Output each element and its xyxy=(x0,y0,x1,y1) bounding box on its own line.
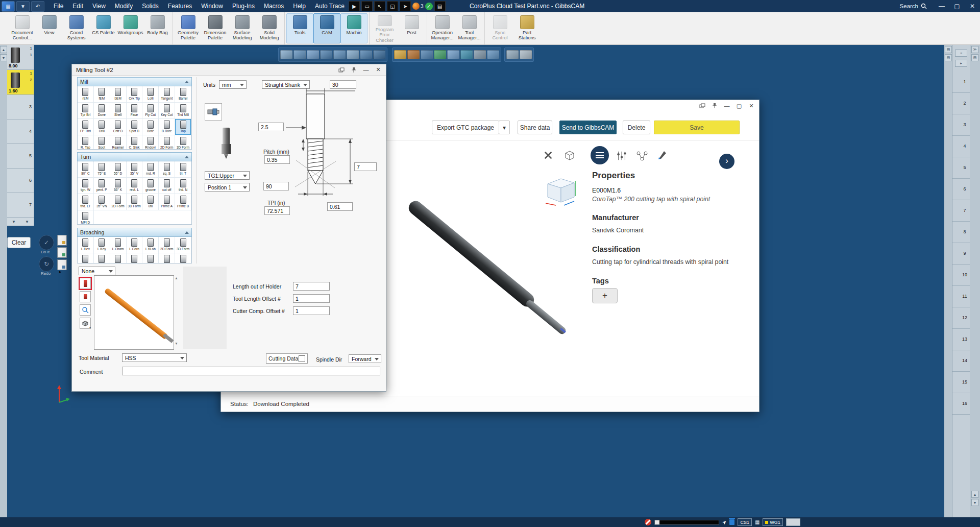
scroll-down-icon[interactable]: ▼ xyxy=(25,220,29,224)
tpi-field[interactable]: 72.571 xyxy=(264,206,290,215)
tool-type-cell[interactable]: cut off xyxy=(159,178,175,194)
tool-type-cell[interactable]: Tangent xyxy=(159,86,175,103)
tool-type-cell[interactable]: 55° K xyxy=(110,178,127,194)
scroll-down-icon[interactable]: ▼ xyxy=(0,54,7,61)
ribbon-item[interactable]: Tools xyxy=(286,13,313,43)
package-box-icon[interactable] xyxy=(562,149,577,162)
tool-type-cell[interactable]: rnd. R xyxy=(142,161,159,178)
tool-type-cell[interactable]: fEM xyxy=(94,86,110,103)
tool-type-cell[interactable]: 80° C xyxy=(78,161,94,178)
tool-type-cell[interactable]: util xyxy=(142,194,159,210)
toolbar-button[interactable] xyxy=(347,50,359,59)
position-slot[interactable]: 6 xyxy=(952,179,970,200)
position-slot[interactable]: 5 xyxy=(952,157,970,179)
holder-style-button[interactable] xyxy=(205,103,222,121)
send-to-gibbscam-button[interactable]: Send to GibbsCAM xyxy=(559,121,617,134)
palette-scroll-row[interactable]: ▼▼ xyxy=(7,218,34,226)
toolbar-button[interactable] xyxy=(373,50,385,59)
tool-type-cell[interactable]: tgn. W xyxy=(78,178,94,194)
ribbon-item[interactable]: Program Error Checker xyxy=(371,13,398,43)
tool-type-cell[interactable]: C. Sink xyxy=(127,135,143,150)
tool-type-cell[interactable]: L.6Lob xyxy=(142,237,159,253)
tool-type-cell[interactable]: rEM xyxy=(78,86,94,103)
toolbar-button[interactable] xyxy=(307,50,319,59)
tool-type-cell[interactable]: Barrel xyxy=(175,86,191,103)
scroll-up-icon[interactable]: ▲ xyxy=(0,46,7,53)
tool-type-cell[interactable]: 35° V xyxy=(127,161,143,178)
scroll-down-icon[interactable]: ▼ xyxy=(971,499,978,506)
toolbar-button[interactable] xyxy=(474,50,486,59)
menu-item[interactable]: File xyxy=(49,0,68,12)
grid-icon[interactable]: ▦ xyxy=(755,519,760,525)
position-slot[interactable]: 7 xyxy=(952,200,970,222)
zoom-preview-button[interactable] xyxy=(80,304,91,316)
position-slot[interactable]: 16 xyxy=(952,393,970,415)
panel-icon[interactable]: ▤ xyxy=(945,54,952,61)
pitch-field[interactable]: 0.35 xyxy=(264,155,290,164)
position-slot[interactable]: 11 xyxy=(952,286,970,307)
toolbar-button[interactable] xyxy=(447,50,459,59)
tool-type-cell[interactable] xyxy=(78,253,94,264)
tool-type-cell[interactable] xyxy=(127,253,143,264)
tool-type-cell[interactable]: Reamer xyxy=(110,135,127,150)
tool-type-cell[interactable]: Tap xyxy=(175,119,191,135)
clear-button[interactable]: Clear xyxy=(7,237,31,248)
rail-menu-icon[interactable]: ≡ xyxy=(955,50,967,57)
toolbar-button[interactable] xyxy=(293,50,306,59)
ribbon-item[interactable]: Sync Control xyxy=(486,13,513,43)
ribbon-item[interactable]: View xyxy=(36,13,63,43)
list-capture-icon[interactable]: ▤ xyxy=(434,1,446,11)
tool-type-cell[interactable]: thd. N xyxy=(175,178,191,194)
units-select[interactable]: mm xyxy=(219,80,247,89)
close-icon[interactable]: ✕ xyxy=(748,102,755,109)
position-slot[interactable]: 9 xyxy=(952,243,970,265)
pin-icon[interactable] xyxy=(350,66,357,74)
position-slot[interactable]: 14 xyxy=(952,350,970,372)
tool-type-cell[interactable]: L.Cham xyxy=(110,237,127,253)
empty-tool-slot[interactable]: 6 xyxy=(7,169,34,193)
toolbar-button[interactable] xyxy=(506,50,519,59)
spindle-dir-select[interactable]: Forward xyxy=(349,354,381,363)
tool-type-cell[interactable]: Rndovr xyxy=(142,135,159,150)
position-slot[interactable]: 1 xyxy=(952,71,970,93)
empty-tool-slot[interactable]: 3 xyxy=(7,95,34,119)
tool-type-cell[interactable]: Dove xyxy=(94,103,110,119)
ribbon-item[interactable]: Dimension Palette xyxy=(202,13,229,43)
minimize-icon[interactable]: — xyxy=(362,66,370,74)
holder-select[interactable]: None xyxy=(79,267,115,275)
tool-type-cell[interactable]: Spot xyxy=(94,135,110,150)
menu-item[interactable]: Solids xyxy=(137,0,163,12)
save-icon[interactable]: ▼ xyxy=(16,1,30,12)
maximize-icon[interactable]: ▢ xyxy=(736,102,743,109)
tool-type-cell[interactable]: FP Thd xyxy=(78,119,94,135)
ribbon-item[interactable]: Coord Systems xyxy=(63,13,90,43)
share-data-button[interactable]: Share data xyxy=(518,121,552,134)
tool-type-cell[interactable]: L.Corn xyxy=(127,237,143,253)
dialog-titlebar[interactable]: Milling Tool #2 — ✕ xyxy=(72,64,386,76)
tool-slot[interactable]: 8.00 1 1 xyxy=(7,45,34,70)
export-gtc-button[interactable]: Export GTC package xyxy=(432,121,499,134)
preview-scroll-up-icon[interactable]: ▲ xyxy=(175,276,178,280)
menu-item[interactable]: View xyxy=(88,0,110,12)
menu-item[interactable]: Modify xyxy=(110,0,137,12)
position-select[interactable]: Position 1 xyxy=(205,183,250,191)
tool-type-cell[interactable]: MFI D xyxy=(78,210,94,225)
toolbar-button[interactable] xyxy=(407,50,420,59)
offset-field-input[interactable]: 7 xyxy=(293,282,330,291)
toolbar-button[interactable] xyxy=(394,50,406,59)
render-mode-button[interactable] xyxy=(80,291,91,302)
details-tab-button[interactable] xyxy=(591,146,609,164)
empty-tool-slot[interactable]: 7 xyxy=(7,193,34,218)
tool-type-cell[interactable]: 3D Form xyxy=(175,237,191,253)
menu-item[interactable]: Features xyxy=(163,0,197,12)
dock-icon[interactable]: ≫ xyxy=(971,46,978,53)
menu-item[interactable]: Help xyxy=(288,0,310,12)
position-slot[interactable]: 13 xyxy=(952,329,970,350)
pointer-icon[interactable]: ➤ xyxy=(400,1,411,11)
tool-type-cell[interactable]: Prime B xyxy=(175,194,191,210)
tool-type-cell[interactable]: B Bore xyxy=(159,119,175,135)
tool-type-cell[interactable]: Spot D xyxy=(127,119,143,135)
minimize-button[interactable]: — xyxy=(934,0,949,12)
tool-type-cell[interactable]: 2D Form xyxy=(110,194,127,210)
tile-icon[interactable] xyxy=(699,102,706,109)
